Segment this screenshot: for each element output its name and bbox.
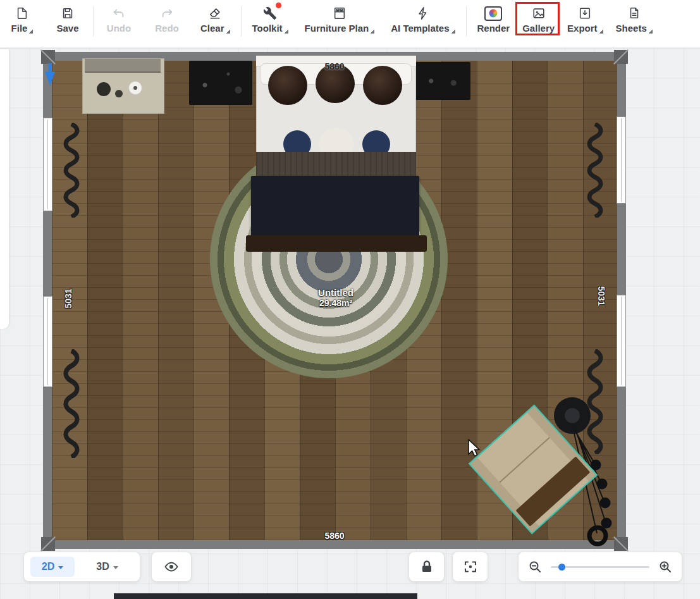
furniture-plan-label: Furniture Plan (305, 23, 369, 34)
lock-button[interactable] (409, 552, 444, 581)
mouse-cursor (468, 439, 482, 458)
dresser[interactable] (85, 59, 161, 73)
wall-corner-marker[interactable] (614, 50, 628, 64)
save-label: Save (56, 23, 78, 34)
stool-dark[interactable] (97, 82, 111, 96)
zoom-in-button[interactable] (658, 559, 673, 574)
gallery-label: Gallery (522, 23, 555, 34)
eraser-icon (208, 6, 222, 21)
plate-center-dot (133, 86, 137, 90)
redo-button[interactable]: Redo (151, 6, 183, 34)
radiator-right-top[interactable] (587, 123, 603, 218)
dresser-rug[interactable] (82, 58, 164, 114)
window-left-top[interactable] (43, 118, 52, 211)
sheets-icon (627, 6, 641, 21)
toolkit-label: Toolkit (252, 23, 283, 34)
wall-corner-marker[interactable] (41, 537, 55, 551)
zoom-out-button[interactable] (527, 559, 543, 574)
undo-icon (112, 6, 126, 21)
toolbar-group-file: File Save (6, 6, 83, 34)
dimension-label-right: 5031 (596, 286, 606, 306)
visibility-button[interactable] (152, 552, 191, 581)
dropdown-corner-icon (284, 29, 288, 34)
file-label: File (11, 23, 28, 34)
zoom-slider-track[interactable] (551, 566, 649, 568)
wrench-icon (263, 6, 277, 21)
render-label: Render (477, 23, 510, 34)
wall-corner-marker[interactable] (614, 537, 628, 551)
gallery-label-row: Gallery (522, 23, 555, 34)
sheets-button[interactable]: Sheets (615, 6, 654, 34)
export-label: Export (567, 23, 598, 34)
design-canvas[interactable]: 5860 5860 5031 5031 Untitled 29.48m² (0, 48, 700, 599)
toolbar-group-edit: Undo Redo Clear (103, 6, 231, 34)
dropdown-corner-icon (370, 29, 374, 34)
room-name: Untitled (292, 287, 380, 298)
left-panel-collapsed[interactable] (0, 49, 9, 329)
fit-screen-icon (463, 559, 478, 574)
view-3d-button[interactable]: 3D (75, 561, 140, 572)
view-3d-label: 3D (96, 561, 109, 572)
window-right-bottom[interactable] (617, 295, 626, 387)
window-left-bottom[interactable] (43, 296, 52, 387)
export-icon (578, 6, 592, 21)
floor-plan[interactable]: 5860 5860 5031 5031 Untitled 29.48m² (43, 52, 626, 549)
dropdown-corner-icon (648, 29, 653, 34)
toolbar-group-output: Render Gallery Export Sheets (476, 6, 654, 34)
dimension-label-bottom: 5860 (324, 531, 344, 541)
redo-label: Redo (155, 23, 179, 34)
room-label: Untitled 29.48m² (292, 287, 380, 308)
lightning-icon (416, 6, 430, 21)
dropdown-corner-icon (226, 29, 230, 34)
clear-label-row: Clear (200, 23, 230, 34)
window-right-top[interactable] (617, 116, 626, 204)
zoom-control (519, 552, 682, 581)
camera-body (484, 6, 502, 21)
radiator-left-bottom[interactable] (63, 349, 80, 458)
file-label-row: File (11, 23, 34, 34)
toolbar-separator (466, 6, 467, 37)
render-button[interactable]: Render (476, 6, 512, 34)
toolbar-separator (93, 6, 94, 37)
furniture-plan-label-row: Furniture Plan (305, 23, 375, 34)
export-button[interactable]: Export (566, 6, 605, 34)
file-icon (15, 6, 29, 21)
sofa-seam (500, 437, 550, 483)
sheets-label-row: Sheets (616, 23, 653, 34)
ai-templates-button[interactable]: AI Templates (390, 6, 456, 34)
gallery-icon (532, 6, 546, 21)
nightstand-right[interactable] (414, 62, 470, 100)
bed-foot-bench (246, 235, 427, 252)
redo-label-row: Redo (155, 23, 179, 34)
stool-small[interactable] (115, 90, 123, 97)
save-icon (61, 6, 75, 21)
lock-icon (419, 559, 434, 574)
notification-dot (276, 3, 281, 8)
undo-button[interactable]: Undo (103, 6, 135, 34)
bed-pillow-brown (363, 66, 402, 105)
furniture-plan-button[interactable]: Furniture Plan (304, 6, 376, 34)
file-button[interactable]: File (6, 6, 38, 34)
redo-icon (160, 6, 174, 21)
clear-button[interactable]: Clear (199, 6, 231, 34)
save-label-row: Save (56, 23, 78, 34)
gallery-button[interactable]: Gallery (521, 6, 556, 34)
dropdown-corner-icon (451, 29, 455, 34)
toolkit-button[interactable]: Toolkit (251, 6, 290, 34)
zoom-slider-dot[interactable] (558, 564, 565, 571)
render-label-row: Render (477, 23, 510, 34)
export-label-row: Export (567, 23, 603, 34)
orientation-arrow-icon (44, 62, 56, 87)
bed[interactable] (256, 56, 416, 252)
fit-to-screen-button[interactable] (453, 552, 488, 581)
ai-templates-label: AI Templates (391, 23, 449, 34)
dimension-label-top: 5860 (324, 61, 344, 71)
camera-render-icon (484, 6, 502, 21)
chevron-down-icon (113, 566, 118, 569)
view-2d-button[interactable]: 2D (30, 557, 75, 577)
nightstand-left[interactable] (189, 61, 252, 105)
undo-label: Undo (107, 23, 131, 34)
radiator-left-top[interactable] (63, 123, 80, 218)
camera-lens (489, 9, 498, 18)
save-button[interactable]: Save (52, 6, 83, 34)
